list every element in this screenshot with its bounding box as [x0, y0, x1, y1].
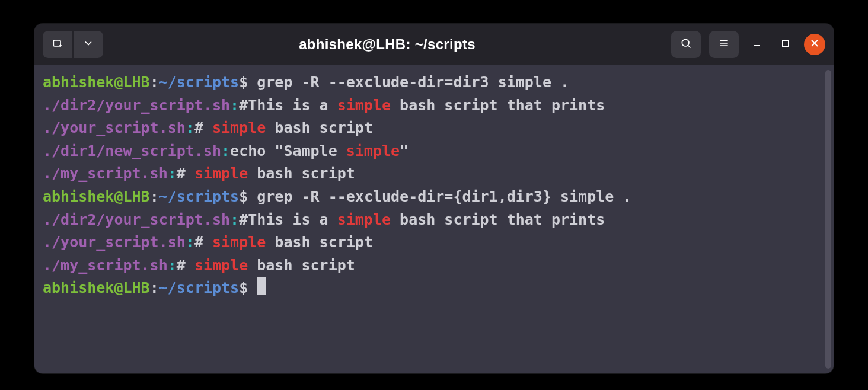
maximize-button[interactable]: [776, 34, 796, 55]
grep-separator: :: [186, 119, 194, 136]
chevron-down-icon: [82, 37, 94, 52]
grep-file: ./dir2/your_script.sh: [43, 97, 230, 114]
terminal-body[interactable]: abhishek@LHB:~/scripts$ grep -R --exclud…: [34, 65, 834, 373]
hamburger-icon: [718, 37, 730, 52]
terminal-line: abhishek@LHB:~/scripts$: [43, 277, 825, 300]
grep-file: ./my_script.sh: [43, 165, 168, 182]
terminal-line: ./my_script.sh:# simple bash script: [43, 162, 825, 186]
command-text: grep -R --exclude-dir={dir1,dir3} simple…: [257, 188, 631, 205]
svg-rect-9: [783, 40, 789, 46]
grep-match: simple: [212, 119, 266, 136]
grep-file: ./your_script.sh: [43, 234, 186, 251]
grep-separator: :: [230, 211, 239, 228]
prompt-sep: :: [150, 73, 159, 91]
grep-file: ./my_script.sh: [43, 257, 168, 274]
grep-file: ./dir1/new_script.sh: [43, 142, 221, 159]
grep-separator: :: [221, 142, 230, 159]
close-button[interactable]: [804, 34, 825, 55]
grep-post-text: bash script: [248, 257, 355, 274]
grep-post-text: bash script: [248, 165, 355, 182]
terminal-line: ./dir1/new_script.sh:echo "Sample simple…: [43, 140, 825, 163]
grep-pre-text: #This is a: [239, 211, 337, 228]
prompt-symbol: $: [239, 279, 257, 296]
grep-separator: :: [186, 234, 194, 251]
svg-line-4: [688, 45, 691, 47]
prompt-symbol: $: [239, 188, 257, 205]
grep-separator: :: [168, 257, 177, 274]
prompt-path: ~/scripts: [159, 73, 239, 91]
grep-match: simple: [194, 257, 248, 274]
grep-pre-text: #: [194, 119, 212, 136]
prompt-path: ~/scripts: [159, 279, 239, 296]
terminal-window: abhishek@LHB: ~/scripts: [34, 24, 834, 373]
minimize-icon: [752, 39, 762, 50]
grep-file: ./your_script.sh: [43, 119, 186, 136]
titlebar-right-group: [671, 31, 825, 58]
grep-post-text: bash script: [266, 234, 373, 251]
minimize-button[interactable]: [747, 34, 767, 55]
maximize-icon: [781, 39, 790, 50]
grep-separator: :: [168, 165, 177, 182]
grep-post-text: bash script: [266, 119, 373, 136]
prompt-symbol: $: [239, 73, 257, 91]
search-button[interactable]: [671, 31, 701, 58]
grep-pre-text: #: [194, 234, 212, 251]
prompt-user-host: abhishek@LHB: [43, 73, 150, 91]
tab-dropdown-button[interactable]: [74, 31, 103, 58]
grep-match: simple: [194, 165, 248, 182]
grep-match: simple: [212, 234, 266, 251]
cursor: [257, 277, 266, 295]
new-tab-icon: [52, 37, 63, 52]
terminal-line: ./your_script.sh:# simple bash script: [43, 117, 825, 140]
terminal-line: abhishek@LHB:~/scripts$ grep -R --exclud…: [43, 71, 825, 94]
search-icon: [680, 37, 692, 52]
command-text: grep -R --exclude-dir=dir3 simple .: [257, 73, 569, 91]
grep-match: simple: [346, 142, 400, 159]
prompt-user-host: abhishek@LHB: [43, 188, 150, 205]
scrollbar[interactable]: [825, 70, 831, 369]
grep-post-text: bash script that prints: [391, 211, 605, 228]
titlebar: abhishek@LHB: ~/scripts: [34, 24, 834, 65]
prompt-user-host: abhishek@LHB: [43, 279, 150, 296]
window-title: abhishek@LHB: ~/scripts: [103, 36, 671, 53]
grep-pre-text: #: [177, 257, 194, 274]
grep-post-text: bash script that prints: [391, 97, 605, 114]
terminal-line: ./my_script.sh:# simple bash script: [43, 254, 825, 277]
terminal-line: ./dir2/your_script.sh:#This is a simple …: [43, 209, 825, 232]
titlebar-left-group: [43, 31, 103, 58]
grep-match: simple: [337, 211, 391, 228]
grep-file: ./dir2/your_script.sh: [43, 211, 230, 228]
hamburger-menu-button[interactable]: [709, 31, 739, 58]
grep-pre-text: echo "Sample: [230, 142, 346, 159]
prompt-sep: :: [150, 188, 159, 205]
grep-pre-text: #: [177, 165, 194, 182]
prompt-path: ~/scripts: [159, 188, 239, 205]
terminal-line: abhishek@LHB:~/scripts$ grep -R --exclud…: [43, 186, 825, 209]
grep-separator: :: [230, 97, 239, 114]
new-tab-button[interactable]: [43, 31, 72, 58]
grep-post-text: ": [400, 142, 409, 159]
prompt-sep: :: [150, 279, 159, 296]
close-icon: [810, 39, 819, 50]
svg-point-3: [682, 39, 689, 46]
grep-pre-text: #This is a: [239, 97, 337, 114]
terminal-line: ./dir2/your_script.sh:#This is a simple …: [43, 94, 825, 117]
grep-match: simple: [337, 97, 391, 114]
terminal-line: ./your_script.sh:# simple bash script: [43, 231, 825, 254]
